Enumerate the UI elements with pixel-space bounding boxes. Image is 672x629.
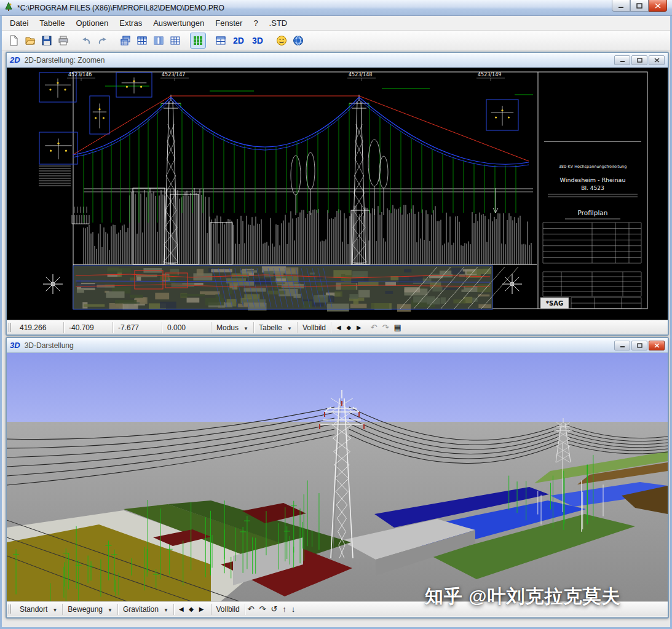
vollbild-button-3d[interactable]: Vollbild <box>211 604 245 615</box>
minimize-button[interactable] <box>612 0 630 12</box>
chevron-down-icon: ▼ <box>243 326 248 331</box>
titleblock-line1: 380-KV Hochspannungsfreileitung <box>559 164 627 169</box>
menu-help[interactable]: ? <box>248 17 263 30</box>
span-label-149: 4523/149 <box>478 72 501 77</box>
2d-titlebar: 2D 2D-Darstellung: Zoomen <box>7 53 668 68</box>
titleblock-logo: *SAG <box>546 300 563 307</box>
3d-window-title: 3D-Darstellung <box>25 341 613 350</box>
rotate-icon[interactable]: ↺ <box>268 604 280 614</box>
undo-icon[interactable]: ↶ <box>368 323 380 332</box>
3d-restore-button[interactable] <box>631 341 647 350</box>
orthophoto-strip <box>73 266 518 312</box>
view-3d-button[interactable]: 3D <box>248 33 267 49</box>
2d-minimize-button[interactable] <box>614 55 630 65</box>
redo-icon[interactable]: ↷ <box>379 323 391 332</box>
watermark: 知乎 @叶刘克拉克莫夫 <box>425 584 621 609</box>
statusbar-grip[interactable] <box>9 604 11 614</box>
gravitation-dropdown[interactable]: Gravitation▼ <box>118 604 174 615</box>
table-columns-button[interactable] <box>151 33 167 49</box>
2d-restore-button[interactable] <box>631 55 647 65</box>
2d-profile-drawing[interactable]: 4523/146 4523/147 4523/148 4523/149 380-… <box>7 68 668 320</box>
menu-tabelle[interactable]: Tabelle <box>34 17 70 30</box>
bewegung-dropdown[interactable]: Bewegung▼ <box>63 604 118 615</box>
redo-button[interactable] <box>95 33 111 49</box>
span-label-147: 4523/147 <box>162 72 185 77</box>
vollbild-button-2d[interactable]: Vollbild <box>298 322 331 333</box>
titleblock-line3: Bl. 4523 <box>581 185 604 191</box>
2d-window-title: 2D-Darstellung: Zoomen <box>25 56 613 65</box>
3d-titlebar: 3D 3D-Darstellung <box>7 338 668 353</box>
3d-minimize-button[interactable] <box>614 341 630 350</box>
menu-auswertungen[interactable]: Auswertungen <box>148 17 210 30</box>
menu-optionen[interactable]: Optionen <box>71 17 114 30</box>
2d-window-icon: 2D <box>10 55 20 65</box>
up-arrow-icon[interactable]: ↑ <box>280 604 289 614</box>
titleblock-line2: Windesheim - Rheinau <box>560 176 626 183</box>
2d-canvas[interactable]: 4523/146 4523/147 4523/148 4523/149 380-… <box>7 68 668 320</box>
2d-statusbar: 419.266 -40.709 -7.677 0.000 Modus▼ Tabe… <box>7 320 668 334</box>
standort-dropdown[interactable]: Standort▼ <box>15 604 63 615</box>
app-icon <box>4 2 14 14</box>
table-grid-button[interactable] <box>167 33 183 49</box>
coord-w-value: 0.000 <box>162 322 211 333</box>
chevron-down-icon: ▼ <box>164 607 168 613</box>
3d-canvas[interactable] <box>7 353 668 601</box>
coord-z-value: -7.677 <box>113 322 162 333</box>
toolbar: 2D 3D <box>2 31 670 50</box>
3d-scene[interactable] <box>7 353 668 601</box>
window-3d: 3D 3D-Darstellung <box>6 337 669 619</box>
raster-view-button[interactable] <box>190 33 206 49</box>
page-nav-arrows-2d[interactable]: ◀ ◆ ▶ <box>331 324 368 331</box>
statusbar-grip[interactable] <box>9 323 11 332</box>
application-window: *C:\PROGRAM FILES (X86)\FMPROFIL82\DEMO\… <box>0 0 672 629</box>
span-label-148: 4523/148 <box>349 72 372 77</box>
table-window-button[interactable] <box>213 33 229 49</box>
tabelle-dropdown[interactable]: Tabelle▼ <box>254 322 298 333</box>
chevron-down-icon: ▼ <box>287 326 292 331</box>
3d-close-button[interactable] <box>649 341 665 350</box>
window-2d: 2D 2D-Darstellung: Zoomen <box>6 52 669 336</box>
turn-left-icon[interactable]: ↶ <box>245 604 257 614</box>
table-overlap-button[interactable] <box>117 33 133 49</box>
chevron-down-icon: ▼ <box>52 607 57 613</box>
google-earth-button[interactable] <box>290 33 306 49</box>
window-title: *C:\PROGRAM FILES (X86)\FMPROFIL82\DEMO\… <box>17 4 612 12</box>
modus-dropdown[interactable]: Modus▼ <box>211 322 254 333</box>
menu-bar: Datei Tabelle Optionen Extras Auswertung… <box>2 16 670 31</box>
grid-icon[interactable]: ▦ <box>391 323 403 332</box>
span-label-146: 4523/146 <box>68 72 92 77</box>
sky <box>7 353 668 424</box>
view-2d-button[interactable]: 2D <box>229 33 248 49</box>
menu-datei[interactable]: Datei <box>4 17 34 30</box>
menu-std[interactable]: .STD <box>264 17 293 30</box>
table-copy-button[interactable] <box>134 33 150 49</box>
undo-button[interactable] <box>78 33 94 49</box>
titleblock-plan: Profilplan <box>578 209 608 216</box>
open-button[interactable] <box>22 33 38 49</box>
3d-window-icon: 3D <box>10 341 20 350</box>
turn-right-icon[interactable]: ↷ <box>256 604 268 614</box>
close-button[interactable] <box>649 0 667 12</box>
coord-x-value: 419.266 <box>15 322 64 333</box>
save-button[interactable] <box>39 33 55 49</box>
page-nav-arrows-3d[interactable]: ◀ ◆ ▶ <box>174 606 211 612</box>
chevron-down-icon: ▼ <box>108 607 113 613</box>
menu-fenster[interactable]: Fenster <box>210 17 248 30</box>
2d-close-button[interactable] <box>649 55 665 65</box>
down-arrow-icon[interactable]: ↓ <box>289 604 298 614</box>
main-titlebar: *C:\PROGRAM FILES (X86)\FMPROFIL82\DEMO\… <box>0 0 672 16</box>
smiley-button[interactable] <box>274 33 290 49</box>
menu-extras[interactable]: Extras <box>114 17 148 30</box>
maximize-button[interactable] <box>630 0 649 12</box>
coord-y-value: -40.709 <box>64 322 113 333</box>
print-button[interactable] <box>55 33 71 49</box>
new-document-button[interactable] <box>6 33 22 49</box>
